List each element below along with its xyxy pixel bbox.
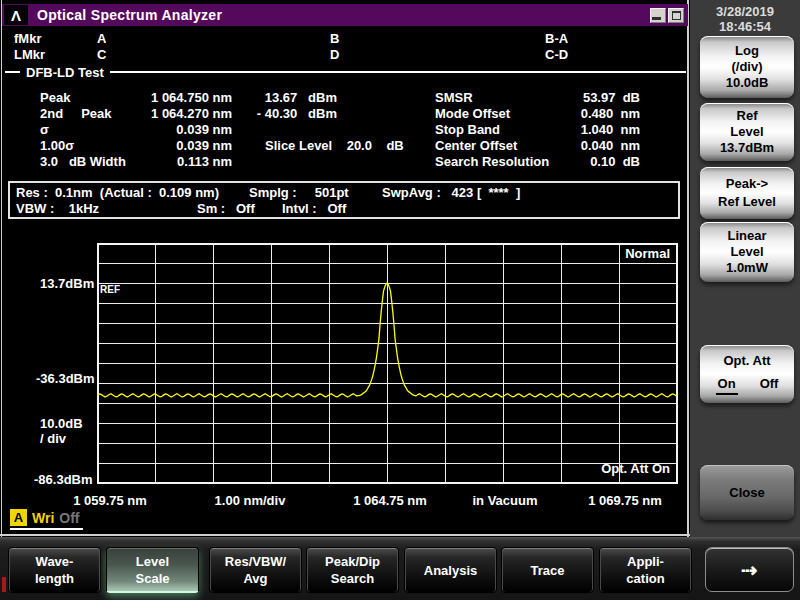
softkey-ref-level[interactable]: Ref Level 13.7dBm bbox=[700, 103, 794, 161]
x-axis-stop: 1 069.75 nm bbox=[565, 493, 685, 508]
status-led bbox=[2, 577, 6, 592]
menu-next-page-button[interactable]: ⇢ bbox=[705, 547, 794, 592]
softkey-close[interactable]: Close bbox=[700, 465, 794, 520]
result-peak-wavelength: 1 064.750 nm bbox=[100, 90, 232, 105]
window-controls bbox=[650, 8, 684, 23]
vbw-setting: VBW : 1kHz bbox=[16, 201, 99, 216]
softkey-linear-level[interactable]: Linear Level 1.0mW bbox=[700, 222, 794, 282]
x-axis-start: 1 059.75 nm bbox=[50, 493, 170, 508]
marker-ba-label: B-A bbox=[545, 31, 568, 46]
result-peak-level: 13.67 dBm bbox=[240, 90, 337, 105]
trace-a-badge: A bbox=[10, 509, 27, 526]
menu-level-scale[interactable]: Level Scale bbox=[106, 547, 199, 593]
softkey-linear-level-label: Linear Level 1.0mW bbox=[726, 228, 768, 276]
softkey-peak-to-ref-label: Peak-> Ref Level bbox=[718, 175, 776, 211]
result-peak-label: Peak bbox=[40, 90, 70, 105]
minimize-icon bbox=[652, 17, 661, 20]
menu-peak-dip-search-label: Peak/Dip Search bbox=[325, 553, 380, 587]
softkey-peak-to-ref[interactable]: Peak-> Ref Level bbox=[700, 167, 794, 219]
maximize-button[interactable] bbox=[668, 8, 684, 23]
menu-analysis-label: Analysis bbox=[424, 562, 477, 579]
sampling-setting: Smplg : 501pt bbox=[249, 185, 349, 200]
marker-cd-label: C-D bbox=[545, 47, 568, 62]
time-text: 18:46:54 bbox=[690, 19, 800, 34]
result-sigma-label: σ bbox=[40, 122, 49, 137]
marker-b-label: B bbox=[330, 31, 339, 46]
softkey-close-label: Close bbox=[729, 485, 764, 501]
menu-res-vbw-avg-label: Res/VBW/ Avg bbox=[225, 553, 286, 587]
trace-write-mode: Wri bbox=[32, 510, 54, 526]
menu-wavelength-label: Wave- length bbox=[35, 553, 74, 587]
marker-d-label: D bbox=[330, 47, 339, 62]
screen-border-bottom bbox=[0, 534, 690, 536]
fmkr-label: fMkr bbox=[14, 31, 41, 46]
maximize-icon bbox=[672, 11, 681, 20]
resolution-setting: Res : 0.1nm (Actual : 0.109 nm) bbox=[16, 185, 219, 200]
opt-att-on-option[interactable]: On bbox=[716, 376, 738, 395]
softkey-log-div[interactable]: Log (/div) 10.0dB bbox=[700, 36, 794, 98]
screen-border-right bbox=[687, 0, 689, 537]
bottom-menu-bar: Wave- length Level Scale Res/VBW/ Avg Pe… bbox=[0, 537, 800, 600]
sweep-average-setting: SwpAvg : 423 [ **** ] bbox=[382, 185, 520, 200]
x-axis-scale: 1.00 nm/div bbox=[190, 493, 310, 508]
stop-band-label: Stop Band bbox=[435, 122, 500, 137]
result-3db-width-value: 0.113 nm bbox=[100, 154, 232, 169]
smoothing-setting: Sm : Off bbox=[197, 201, 255, 216]
menu-application[interactable]: Appli- cation bbox=[599, 547, 692, 593]
menu-peak-dip-search[interactable]: Peak/Dip Search bbox=[306, 547, 399, 593]
x-axis-center: 1 064.75 nm bbox=[330, 493, 450, 508]
smsr-value: 53.97 dB bbox=[498, 90, 640, 105]
menu-wavelength[interactable]: Wave- length bbox=[8, 547, 101, 593]
next-page-arrow-icon: ⇢ bbox=[741, 558, 758, 582]
opt-att-title: Opt. Att bbox=[723, 353, 770, 369]
trace-off-mode: Off bbox=[59, 510, 79, 526]
interval-setting: Intvl : Off bbox=[282, 201, 346, 216]
y-axis-scale-unit: / div bbox=[40, 431, 66, 446]
marker-c-label: C bbox=[97, 47, 106, 62]
marker-a-label: A bbox=[97, 31, 106, 46]
menu-level-scale-label: Level Scale bbox=[136, 553, 170, 587]
softkey-ref-level-label: Ref Level 13.7dBm bbox=[720, 108, 774, 156]
main-display: Λ Optical Spectrum Analyzer fMkr A B B-A… bbox=[0, 0, 690, 537]
analysis-section-header: DFB-LD Test bbox=[5, 65, 686, 79]
softkey-opt-att[interactable]: Opt. Att On Off bbox=[700, 345, 794, 403]
lmkr-label: LMkr bbox=[14, 47, 45, 62]
spectrum-plot bbox=[97, 243, 678, 484]
menu-analysis[interactable]: Analysis bbox=[404, 547, 497, 593]
trace-mode-label: Normal bbox=[560, 246, 670, 261]
screen-border-left bbox=[1, 0, 2, 537]
sweep-settings-box: Res : 0.1nm (Actual : 0.109 nm) Smplg : … bbox=[8, 181, 680, 219]
x-axis-medium: in Vacuum bbox=[455, 493, 555, 508]
result-sigma-value: 0.039 nm bbox=[100, 122, 232, 137]
result-1sigma-value: 0.039 nm bbox=[100, 138, 232, 153]
y-axis-ref-level: 13.7dBm bbox=[40, 276, 94, 291]
ref-line-label: REF bbox=[100, 284, 120, 295]
opt-att-off-option[interactable]: Off bbox=[760, 376, 779, 395]
center-offset-value: 0.040 nm bbox=[498, 138, 640, 153]
opt-att-status-label: Opt. Att On bbox=[540, 461, 670, 476]
window-title: Optical Spectrum Analyzer bbox=[37, 7, 222, 23]
y-axis-scale: 10.0dB bbox=[40, 416, 83, 431]
datetime-display: 3/28/2019 18:46:54 bbox=[690, 4, 800, 34]
search-resolution-value: 0.10 dB bbox=[498, 154, 640, 169]
minimize-button[interactable] bbox=[650, 8, 666, 23]
test-name: DFB-LD Test bbox=[26, 65, 104, 80]
mode-offset-value: 0.480 nm bbox=[498, 106, 640, 121]
softkey-log-div-label: Log (/div) 10.0dB bbox=[726, 43, 769, 91]
result-2ndpeak-wavelength: 1 064.270 nm bbox=[100, 106, 232, 121]
date-text: 3/28/2019 bbox=[690, 4, 800, 19]
stop-band-value: 1.040 nm bbox=[498, 122, 640, 137]
y-axis-bottom-level: -86.3dBm bbox=[34, 472, 93, 487]
y-axis-mid-level: -36.3dBm bbox=[36, 371, 95, 386]
trace-status: A Wri Off bbox=[10, 509, 83, 530]
result-1sigma-label: 1.00σ bbox=[40, 138, 74, 153]
section-rule-right bbox=[110, 71, 686, 73]
menu-application-label: Appli- cation bbox=[626, 553, 664, 587]
smsr-label: SMSR bbox=[435, 90, 473, 105]
section-rule-left bbox=[5, 71, 20, 73]
menu-res-vbw-avg[interactable]: Res/VBW/ Avg bbox=[209, 547, 302, 593]
title-bar: Λ Optical Spectrum Analyzer bbox=[2, 4, 688, 26]
slice-level: Slice Level 20.0 dB bbox=[265, 138, 404, 153]
menu-trace[interactable]: Trace bbox=[501, 547, 594, 593]
spectrum-chart: Normal REF Opt. Att On bbox=[97, 243, 678, 484]
